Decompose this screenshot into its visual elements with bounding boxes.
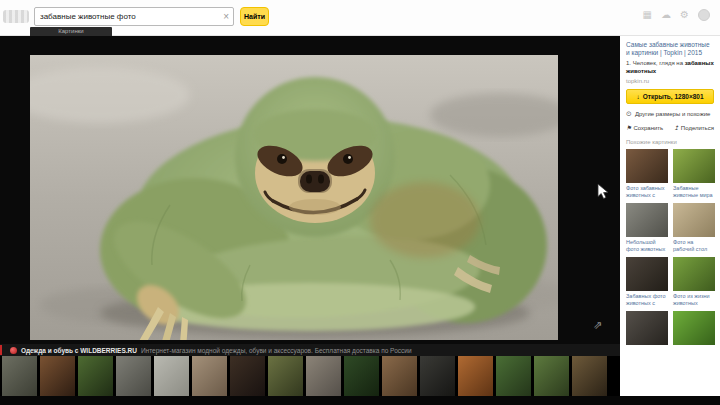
similar-images-heading: Похожие картинки	[626, 139, 714, 145]
similar-image-caption[interactable]: Фото из жизни животных	[673, 293, 715, 306]
filmstrip-thumbnail[interactable]	[78, 356, 113, 396]
filmstrip-thumbnail[interactable]	[458, 356, 493, 396]
download-icon: ↓	[636, 93, 639, 100]
sidebar-actions: ⚑Сохранить ↥Поделиться	[626, 124, 714, 131]
ad-marker	[0, 345, 2, 355]
header-icons: ▦ ☁ ⚙	[643, 8, 710, 22]
open-image-button[interactable]: ↓ Открыть, 1280×801	[626, 89, 714, 104]
similar-image-thumbnail[interactable]	[626, 149, 668, 183]
result-title-link[interactable]: Самые забавные животные и картинки | Top…	[626, 41, 714, 57]
filmstrip-thumbnail[interactable]	[534, 356, 569, 396]
similar-image-thumbnail[interactable]	[673, 203, 715, 237]
save-label: Сохранить	[633, 125, 663, 131]
ad-title-link[interactable]: Одежда и обувь с WILDBERRIES.RU	[21, 347, 137, 354]
sizes-icon: ⊙	[626, 110, 632, 118]
filmstrip-thumbnail[interactable]	[2, 356, 37, 396]
filmstrip-thumbnail[interactable]	[116, 356, 151, 396]
similar-image-item: Небольшой фото животных	[626, 203, 668, 252]
filmstrip-thumbnail[interactable]	[572, 356, 607, 396]
similar-image-item: Забавные животные мира	[673, 149, 715, 198]
filmstrip-thumbnail[interactable]	[344, 356, 379, 396]
snippet-text: 1. Человек, глядя на	[626, 60, 685, 66]
sloth-illustration	[30, 55, 558, 340]
similar-image-caption[interactable]: Фото на рабочий стол	[673, 239, 715, 252]
search-box: ×	[34, 7, 234, 26]
avatar[interactable]	[698, 9, 710, 21]
filmstrip-thumbnail[interactable]	[268, 356, 303, 396]
similar-images-grid: Фото забавных животных сЗабавные животны…	[626, 149, 714, 345]
main-image-sloth[interactable]	[30, 55, 558, 340]
grid-icon[interactable]: ▦	[643, 8, 652, 22]
search-button[interactable]: Найти	[240, 7, 269, 26]
ad-description: Интернет-магазин модной одежды, обуви и …	[141, 347, 412, 354]
filmstrip-thumbnail[interactable]	[40, 356, 75, 396]
filmstrip-thumbnail[interactable]	[192, 356, 227, 396]
similar-image-thumbnail[interactable]	[626, 257, 668, 291]
similar-image-item: Фото на рабочий стол	[673, 203, 715, 252]
filmstrip-thumbnail[interactable]	[420, 356, 455, 396]
header: × Найти ▦ ☁ ⚙ Картинки	[0, 0, 720, 36]
gear-icon[interactable]: ⚙	[680, 8, 689, 22]
info-sidebar: Самые забавные животные и картинки | Top…	[620, 36, 720, 396]
search-input[interactable]	[40, 8, 218, 25]
mouse-cursor	[597, 183, 609, 200]
similar-image-item: Фото из жизни животных	[673, 257, 715, 306]
similar-image-caption[interactable]: Забавные животные мира	[673, 185, 715, 198]
other-sizes-link[interactable]: ⊙ Другие размеры и похожие	[626, 110, 714, 118]
ad-logo-icon	[10, 347, 17, 354]
open-button-label: Открыть, 1280×801	[643, 93, 704, 100]
similar-image-caption[interactable]: Забавных фото животных с	[626, 293, 668, 306]
filmstrip-thumbnail[interactable]	[306, 356, 341, 396]
filmstrip-thumbnail[interactable]	[496, 356, 531, 396]
save-button[interactable]: ⚑Сохранить	[626, 124, 663, 131]
thumbnail-filmstrip	[0, 356, 620, 396]
filmstrip-thumbnail[interactable]	[382, 356, 417, 396]
clear-icon[interactable]: ×	[223, 11, 229, 22]
similar-image-thumbnail[interactable]	[673, 257, 715, 291]
similar-image-thumbnail[interactable]	[673, 149, 715, 183]
share-button[interactable]: ↥Поделиться	[674, 124, 714, 131]
similar-image-thumbnail[interactable]	[626, 311, 668, 345]
similar-image-caption[interactable]: Фото забавных животных с	[626, 185, 668, 198]
similar-image-item	[626, 311, 668, 345]
similar-image-item: Забавных фото животных с	[626, 257, 668, 306]
result-domain: topkin.ru	[626, 78, 714, 84]
filmstrip-thumbnail[interactable]	[230, 356, 265, 396]
result-snippet: 1. Человек, глядя на забавных животных	[626, 60, 714, 75]
fullscreen-icon[interactable]: ⇗	[593, 319, 602, 332]
yandex-logo[interactable]	[3, 10, 29, 23]
filmstrip-thumbnail[interactable]	[154, 356, 189, 396]
share-icon: ↥	[674, 124, 679, 131]
ad-bar: Одежда и обувь с WILDBERRIES.RU Интернет…	[0, 344, 620, 356]
bookmark-icon: ⚑	[626, 124, 631, 131]
share-label: Поделиться	[681, 125, 714, 131]
cloud-icon[interactable]: ☁	[661, 8, 671, 22]
image-viewer-stage: ⇗	[0, 36, 620, 344]
similar-image-thumbnail[interactable]	[626, 203, 668, 237]
similar-image-item	[673, 311, 715, 345]
other-sizes-label: Другие размеры и похожие	[635, 111, 710, 117]
bottom-bar	[0, 396, 720, 405]
similar-image-caption[interactable]: Небольшой фото животных	[626, 239, 668, 252]
yandex-images-page: × Найти ▦ ☁ ⚙ Картинки	[0, 0, 720, 405]
tab-pictures[interactable]: Картинки	[30, 27, 112, 36]
similar-image-thumbnail[interactable]	[673, 311, 715, 345]
similar-image-item: Фото забавных животных с	[626, 149, 668, 198]
